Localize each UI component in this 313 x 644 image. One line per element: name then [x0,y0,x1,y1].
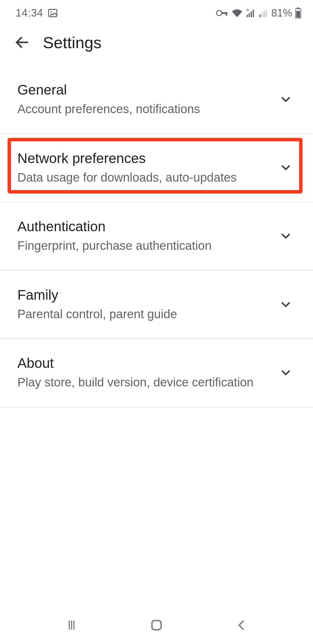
settings-item-text: Network preferences Data usage for downl… [17,150,279,186]
chevron-down-icon [279,366,293,380]
svg-text:R: R [247,8,249,12]
svg-point-2 [216,10,222,16]
nav-recents-icon[interactable] [60,614,83,637]
svg-rect-16 [296,11,300,18]
image-icon [47,8,58,19]
svg-rect-13 [265,10,267,17]
settings-item-family[interactable]: Family Parental control, parent guide [0,271,313,339]
status-bar: 14:34 R [0,0,313,25]
settings-item-authentication[interactable]: Authentication Fingerprint, purchase aut… [0,202,313,271]
chevron-down-icon [279,298,293,312]
settings-item-title: About [17,355,267,371]
settings-item-subtitle: Parental control, parent guide [17,306,267,322]
settings-item-text: General Account preferences, notificatio… [17,82,279,117]
settings-item-about[interactable]: About Play store, build version, device … [0,339,313,407]
status-left: 14:34 [16,7,58,19]
settings-item-title: Authentication [17,218,267,234]
settings-item-title: Family [17,287,267,303]
back-arrow-icon[interactable] [10,31,34,54]
settings-item-subtitle: Data usage for downloads, auto-updates [17,170,267,186]
signal-roaming-icon: R [246,8,256,18]
battery-icon [295,8,301,19]
svg-rect-12 [263,11,265,17]
nav-back-icon[interactable] [230,614,253,637]
settings-item-subtitle: Play store, build version, device certif… [17,375,267,390]
svg-rect-8 [251,11,252,17]
settings-item-text: Authentication Fingerprint, purchase aut… [17,218,279,254]
status-right: R 81% [216,7,301,19]
svg-rect-4 [226,12,227,16]
settings-item-subtitle: Account preferences, notifications [17,101,267,117]
status-time: 14:34 [16,7,43,19]
signal-weak-icon [259,8,268,18]
chevron-down-icon [279,161,293,175]
wifi-icon [231,8,243,18]
settings-item-title: Network preferences [17,150,267,166]
svg-rect-21 [152,621,161,630]
page-title: Settings [43,33,101,52]
settings-item-subtitle: Fingerprint, purchase authentication [17,238,267,254]
svg-rect-6 [247,15,248,17]
chevron-down-icon [279,229,293,243]
settings-item-network-preferences[interactable]: Network preferences Data usage for downl… [0,134,313,202]
svg-rect-9 [253,10,254,17]
svg-rect-7 [249,13,250,17]
system-nav-bar [0,606,313,644]
nav-home-icon[interactable] [145,614,168,637]
settings-item-general[interactable]: General Account preferences, notificatio… [0,66,313,134]
settings-item-text: About Play store, build version, device … [17,355,279,390]
settings-item-text: Family Parental control, parent guide [17,287,279,322]
svg-rect-11 [261,13,263,17]
app-bar: Settings [0,25,313,66]
vpn-key-icon [216,9,228,17]
battery-percent: 81% [271,7,292,19]
settings-list: General Account preferences, notificatio… [0,66,313,407]
svg-point-1 [50,11,52,13]
settings-item-title: General [17,82,267,98]
chevron-down-icon [279,93,293,106]
svg-rect-10 [259,15,261,17]
